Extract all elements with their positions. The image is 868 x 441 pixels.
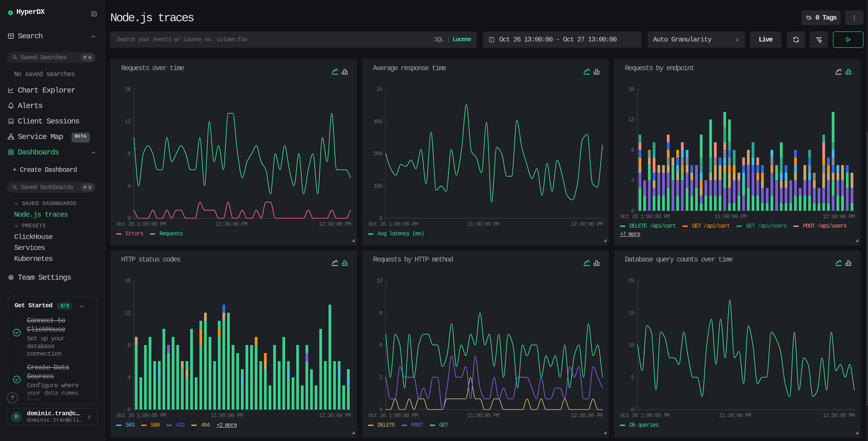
svg-text:Oct 26 1:00:00 PM: Oct 26 1:00:00 PM [117,221,166,228]
svg-text:Oct 26 1:00:00 PM: Oct 26 1:00:00 PM [368,221,418,228]
svg-text:20: 20 [628,277,634,284]
svg-text:11:30:00 PM: 11:30:00 PM [719,412,751,419]
svg-text:12:30:00 PM: 12:30:00 PM [823,213,855,220]
svg-text:10: 10 [628,342,634,349]
svg-text:Oct 26 1:00:00 PM: Oct 26 1:00:00 PM [117,412,166,419]
svg-text:12: 12 [628,116,634,123]
svg-text:12: 12 [376,277,382,284]
svg-text:9: 9 [379,310,382,316]
svg-text:3: 3 [379,374,382,381]
svg-text:16: 16 [628,86,634,93]
svg-text:15: 15 [628,310,634,316]
svg-text:11:00:00 PM: 11:00:00 PM [715,213,747,220]
svg-text:450: 450 [373,118,382,125]
svg-text:5: 5 [631,374,634,381]
svg-text:8: 8 [127,342,130,349]
svg-text:12:30:00 PM: 12:30:00 PM [570,412,603,419]
svg-text:16: 16 [125,86,131,93]
svg-text:4: 4 [127,374,130,381]
svg-text:8: 8 [127,151,130,157]
svg-text:12:30:00 PM: 12:30:00 PM [570,221,603,228]
svg-text:4: 4 [631,177,634,184]
svg-text:11:30:00 PM: 11:30:00 PM [467,221,499,228]
svg-text:1k: 1k [376,86,382,93]
svg-text:Oct 26 1:00:00 PM: Oct 26 1:00:00 PM [620,412,670,419]
svg-text:Oct 26 1:00:00 PM: Oct 26 1:00:00 PM [368,412,418,419]
svg-text:300: 300 [373,151,382,157]
svg-text:11:30:00 PM: 11:30:00 PM [467,412,499,419]
svg-text:12:30:00 PM: 12:30:00 PM [319,412,351,419]
svg-text:150: 150 [373,183,382,189]
svg-text:Oct 26 1:00:00 PM: Oct 26 1:00:00 PM [620,213,670,220]
svg-text:12:30:00 PM: 12:30:00 PM [319,221,351,228]
svg-text:11:00:00 PM: 11:00:00 PM [211,412,243,419]
svg-text:4: 4 [127,183,130,189]
svg-text:16: 16 [125,277,131,284]
svg-text:11:30:00 PM: 11:30:00 PM [215,221,248,228]
svg-text:12: 12 [125,310,131,316]
svg-text:8: 8 [631,147,634,153]
svg-text:6: 6 [379,342,382,349]
svg-text:12: 12 [125,118,131,125]
svg-text:12:30:00 PM: 12:30:00 PM [823,412,855,419]
